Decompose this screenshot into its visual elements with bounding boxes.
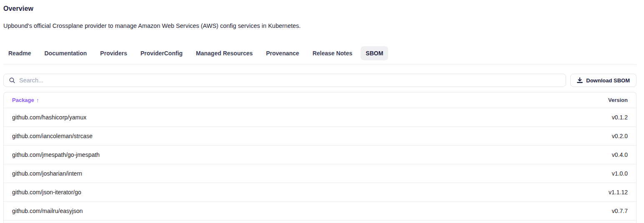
sbom-package-table: Package ↑ Version github.com/hashicorp/y… — [3, 92, 636, 223]
table-row: github.com/json-iterator/go v1.1.12 — [4, 183, 636, 201]
table-row: github.com/mailru/easyjson v0.7.7 — [4, 201, 636, 220]
tab-provenance[interactable]: Provenance — [261, 46, 304, 60]
tab-readme[interactable]: Readme — [3, 46, 36, 60]
table-header-row: Package ↑ Version — [4, 92, 636, 108]
sort-ascending-icon: ↑ — [36, 97, 39, 104]
package-cell: github.com/jmespath/go-jmespath — [12, 151, 100, 158]
download-icon — [577, 77, 583, 83]
version-cell: v0.2.0 — [612, 133, 628, 139]
tab-providers[interactable]: Providers — [95, 46, 132, 60]
package-cell: github.com/json-iterator/go — [12, 189, 81, 196]
tab-bar: Readme Documentation Providers ProviderC… — [3, 46, 636, 60]
table-row-partial — [4, 220, 636, 223]
tab-release-notes[interactable]: Release Notes — [308, 46, 358, 60]
table-row: github.com/hashicorp/yamux v0.1.2 — [4, 108, 636, 126]
tab-managed-resources[interactable]: Managed Resources — [191, 46, 258, 60]
column-header-package[interactable]: Package ↑ — [12, 97, 39, 104]
provider-overview-page: Overview Upbound's official Crossplane p… — [3, 0, 636, 223]
column-header-package-label: Package — [12, 97, 34, 103]
tab-sbom[interactable]: SBOM — [361, 46, 388, 60]
table-row: github.com/iancoleman/strcase v0.2.0 — [4, 126, 636, 145]
version-cell: v0.4.0 — [612, 151, 628, 158]
version-cell: v0.7.7 — [612, 208, 628, 214]
version-cell: v1.0.0 — [612, 170, 628, 177]
sbom-toolbar: Download SBOM — [3, 74, 636, 87]
download-sbom-button[interactable]: Download SBOM — [570, 74, 636, 87]
package-cell: github.com/iancoleman/strcase — [12, 133, 93, 139]
table-row: github.com/josharian/intern v1.0.0 — [4, 164, 636, 183]
version-cell: v0.1.2 — [612, 114, 628, 121]
package-cell: github.com/mailru/easyjson — [12, 208, 83, 214]
table-row: github.com/jmespath/go-jmespath v0.4.0 — [4, 145, 636, 164]
tab-documentation[interactable]: Documentation — [39, 46, 92, 60]
page-description: Upbound's official Crossplane provider t… — [3, 22, 636, 29]
search-input[interactable] — [19, 77, 561, 84]
page-title: Overview — [3, 5, 636, 12]
package-cell: github.com/josharian/intern — [12, 170, 82, 177]
tab-providerconfig[interactable]: ProviderConfig — [135, 46, 188, 60]
package-cell: github.com/hashicorp/yamux — [12, 114, 86, 121]
search-box[interactable] — [3, 74, 566, 87]
download-sbom-label: Download SBOM — [586, 77, 630, 84]
column-header-version[interactable]: Version — [608, 97, 628, 103]
search-icon — [9, 77, 19, 84]
tabs-divider — [3, 64, 636, 64]
version-cell: v1.1.12 — [609, 189, 628, 196]
